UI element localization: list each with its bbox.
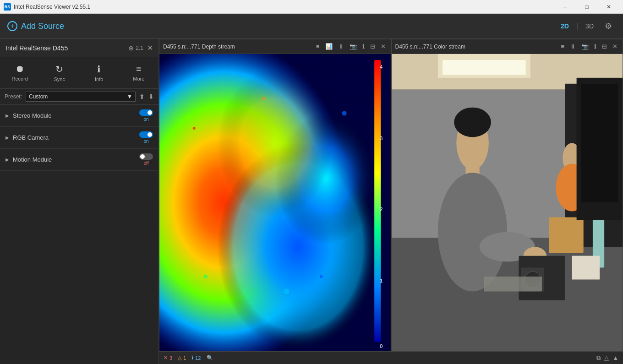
more-icon: ≡ (136, 64, 142, 74)
device-close-button[interactable]: ✕ (147, 43, 153, 52)
view-3d-button[interactable]: 3D (580, 21, 599, 32)
status-up-icon[interactable]: ▲ (612, 354, 618, 361)
chevron-right-icon: ▶ (5, 113, 9, 118)
info-button[interactable]: ℹ Info (79, 61, 119, 85)
depth-minimize-icon[interactable]: ⊟ (369, 43, 377, 50)
depth-camera-icon[interactable]: 📷 (348, 43, 358, 50)
rgb-camera-toggle[interactable]: on (139, 131, 153, 144)
motion-module-toggle[interactable]: off (139, 153, 153, 166)
info-icon: ℹ (97, 64, 101, 75)
settings-button[interactable]: ⚙ (601, 19, 616, 33)
motion-toggle-knob (140, 154, 145, 159)
depth-info-icon[interactable]: ℹ (361, 43, 366, 50)
motion-toggle-label: off (144, 161, 149, 166)
sidebar: Intel RealSense D455 ⊕ 2.1 ✕ ⏺ Record ↻ … (0, 39, 159, 364)
svg-point-9 (204, 275, 208, 278)
search-status[interactable]: 🔍 (207, 355, 213, 361)
motion-module-item[interactable]: ▶ Motion Module off (0, 149, 158, 171)
color-stream-title: D455 s.n:...771 Color stream (395, 43, 557, 50)
preset-dropdown[interactable]: Custom ▼ (26, 92, 136, 102)
status-bar: ✕ 3 △ 1 ℹ 12 🔍 ⧉ △ ▲ (159, 351, 623, 364)
more-label: More (133, 76, 144, 81)
sync-icon: ↻ (55, 64, 63, 75)
svg-text:1: 1 (380, 278, 383, 283)
window-controls: – □ ✕ (554, 0, 619, 14)
search-icon: 🔍 (207, 355, 213, 361)
svg-text:0: 0 (380, 343, 383, 349)
color-stream-panel: D455 s.n:...771 Color stream ≡ ⏸ 📷 ℹ ⊟ ✕ (391, 39, 623, 351)
preset-download-button[interactable]: ⬇ (148, 93, 154, 100)
svg-rect-38 (484, 277, 541, 291)
window-title: Intel RealSense Viewer v2.55.1 (14, 4, 552, 10)
depth-list-icon[interactable]: ≡ (315, 43, 321, 50)
main-layout: + Add Source 2D | 3D ⚙ Intel RealSense D… (0, 14, 623, 364)
error-status[interactable]: ✕ 3 (164, 355, 172, 361)
depth-stream-title: D455 s.n:...771 Depth stream (163, 43, 312, 50)
add-source-button[interactable]: + Add Source (7, 21, 64, 31)
chevron-down-icon: ▼ (127, 93, 132, 100)
svg-rect-4 (159, 54, 391, 351)
svg-point-24 (454, 108, 491, 137)
close-button[interactable]: ✕ (598, 0, 619, 14)
maximize-button[interactable]: □ (576, 0, 597, 14)
color-close-icon[interactable]: ✕ (611, 43, 619, 50)
preset-upload-button[interactable]: ⬆ (139, 93, 145, 100)
depth-stream-content: 4 3 2 1 0 (159, 54, 391, 351)
device-header: Intel RealSense D455 ⊕ 2.1 ✕ (0, 39, 158, 57)
minimize-button[interactable]: – (554, 0, 575, 14)
status-right-controls: ⧉ △ ▲ (596, 354, 618, 362)
depth-chart-icon[interactable]: 📊 (324, 43, 334, 50)
chevron-right-icon: ▶ (5, 135, 9, 140)
color-minimize-icon[interactable]: ⊟ (601, 43, 608, 50)
stereo-module-label: Stereo Module (13, 112, 139, 119)
rgb-camera-item[interactable]: ▶ RGB Camera on (0, 127, 158, 149)
chevron-right-icon: ▶ (5, 157, 9, 162)
stereo-toggle-knob (148, 110, 152, 115)
svg-point-8 (284, 288, 289, 294)
more-button[interactable]: ≡ More (119, 61, 159, 85)
record-button[interactable]: ⏺ Record (0, 61, 40, 85)
color-pause-icon[interactable]: ⏸ (568, 43, 577, 50)
title-bar: RS Intel RealSense Viewer v2.55.1 – □ ✕ (0, 0, 623, 14)
color-info-icon[interactable]: ℹ (593, 43, 598, 50)
rgb-toggle-switch[interactable] (139, 131, 153, 138)
module-list: ▶ Stereo Module on ▶ RGB Camera (0, 105, 158, 171)
info-status[interactable]: ℹ 12 (191, 355, 201, 361)
info-label: Info (95, 76, 103, 82)
usb-badge: ⊕ 2.1 (128, 44, 143, 52)
view-divider: | (576, 22, 578, 30)
depth-close-icon[interactable]: ✕ (379, 43, 387, 50)
stereo-module-item[interactable]: ▶ Stereo Module on (0, 105, 158, 127)
color-stream-content (392, 54, 623, 351)
svg-point-10 (320, 275, 322, 278)
content-area: Intel RealSense D455 ⊕ 2.1 ✕ ⏺ Record ↻ … (0, 39, 623, 364)
view-2d-button[interactable]: 2D (555, 21, 574, 32)
depth-stream-header: D455 s.n:...771 Depth stream ≡ 📊 ⏸ 📷 ℹ ⊟… (159, 39, 391, 54)
color-stream-header: D455 s.n:...771 Color stream ≡ ⏸ 📷 ℹ ⊟ ✕ (392, 39, 623, 54)
rgb-toggle-knob (148, 132, 152, 137)
color-list-icon[interactable]: ≡ (559, 43, 566, 50)
stereo-module-toggle[interactable]: on (139, 109, 153, 122)
depth-pause-icon[interactable]: ⏸ (337, 43, 345, 50)
preset-value: Custom (29, 93, 48, 100)
error-icon: ✕ (164, 355, 168, 361)
stereo-toggle-switch[interactable] (139, 109, 153, 116)
usb-icon: ⊕ (128, 44, 134, 52)
svg-point-6 (262, 97, 265, 100)
device-controls: ⏺ Record ↻ Sync ℹ Info ≡ More (0, 57, 158, 89)
motion-toggle-switch[interactable] (139, 153, 153, 160)
depth-visualization: 4 3 2 1 0 (159, 54, 391, 351)
warning-status[interactable]: △ 1 (178, 355, 186, 361)
sync-button[interactable]: ↻ Sync (40, 61, 80, 85)
status-warn-icon[interactable]: △ (604, 354, 609, 361)
rgb-toggle-label: on (143, 139, 148, 144)
usb-version: 2.1 (136, 45, 143, 51)
motion-module-label: Motion Module (13, 156, 139, 163)
view-switcher: 2D | 3D ⚙ (555, 19, 616, 33)
svg-text:2: 2 (380, 206, 383, 212)
svg-rect-22 (442, 60, 525, 75)
info-count: 12 (195, 355, 201, 361)
svg-rect-40 (581, 84, 618, 202)
status-layers-icon[interactable]: ⧉ (596, 354, 601, 362)
color-camera-icon[interactable]: 📷 (580, 43, 590, 50)
